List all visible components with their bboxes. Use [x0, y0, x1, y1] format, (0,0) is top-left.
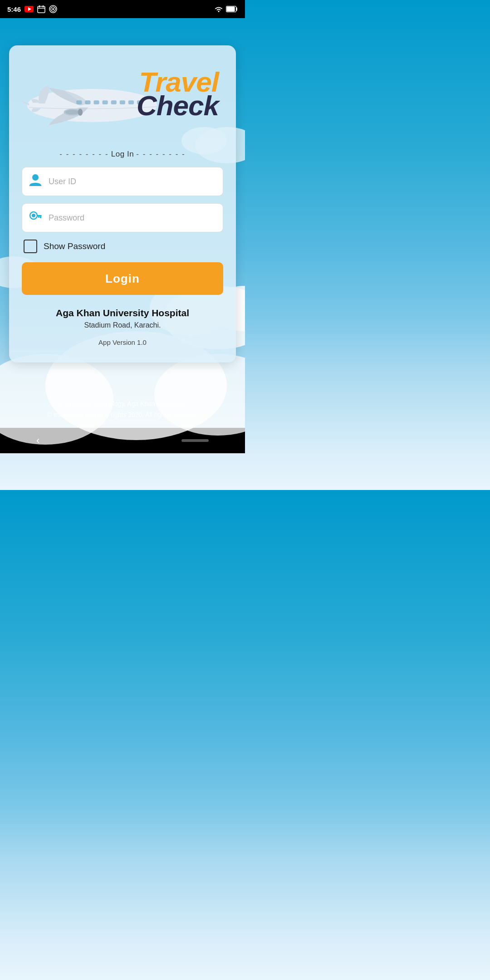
svg-rect-26 [111, 100, 117, 104]
show-password-checkbox[interactable] [24, 240, 37, 253]
hospital-name: Aga Khan University Hospital [22, 308, 223, 318]
userid-input-group [22, 167, 223, 196]
login-card: Travel Check Log In [9, 45, 236, 363]
svg-rect-25 [103, 100, 108, 104]
youtube-icon [24, 6, 34, 12]
bottom-nav: ‹ [0, 428, 245, 453]
svg-point-31 [65, 110, 79, 114]
footer: Information Technology, Aga Khan Univers… [0, 390, 245, 428]
svg-rect-24 [93, 100, 99, 104]
svg-point-35 [32, 214, 35, 217]
svg-rect-36 [37, 215, 42, 216]
calendar-icon [37, 5, 45, 13]
main-content: Travel Check Log In [0, 18, 245, 372]
footer-line1: Information Technology, Aga Khan Univers… [7, 399, 238, 410]
app-version: App Version 1.0 [22, 338, 223, 346]
svg-rect-22 [76, 100, 82, 104]
home-pill[interactable] [181, 439, 209, 442]
svg-point-32 [78, 108, 83, 116]
password-input[interactable] [22, 203, 223, 232]
wifi-icon [214, 5, 223, 13]
logo-check: Check [137, 92, 219, 120]
svg-point-9 [218, 11, 220, 12]
svg-rect-37 [40, 216, 41, 218]
user-icon [29, 173, 42, 190]
time-display: 5:46 [7, 5, 21, 13]
status-left: 5:46 [7, 5, 57, 13]
login-divider: Log In [22, 150, 223, 159]
status-right [214, 5, 238, 13]
svg-rect-38 [38, 216, 39, 218]
status-bar: 5:46 [0, 0, 245, 18]
svg-point-8 [52, 8, 54, 10]
svg-rect-27 [120, 100, 125, 104]
hospital-address: Stadium Road, Karachi. [22, 321, 223, 329]
battery-icon [226, 6, 238, 12]
userid-input[interactable] [22, 167, 223, 196]
show-password-row: Show Password [24, 240, 223, 253]
back-button[interactable]: ‹ [36, 435, 39, 446]
password-input-group [22, 203, 223, 232]
login-button[interactable]: Login [22, 262, 223, 295]
svg-rect-2 [38, 6, 45, 13]
svg-rect-23 [85, 100, 90, 104]
logo-area: Travel Check [22, 59, 223, 145]
key-icon [29, 210, 42, 225]
svg-rect-28 [128, 100, 134, 104]
show-password-label[interactable]: Show Password [44, 241, 105, 251]
svg-rect-11 [227, 7, 235, 12]
logo-text: Travel Check [137, 68, 219, 120]
svg-point-33 [32, 174, 39, 181]
footer-line2: © Intellectual property rights 2020. All… [7, 410, 238, 421]
target-icon [49, 5, 57, 13]
